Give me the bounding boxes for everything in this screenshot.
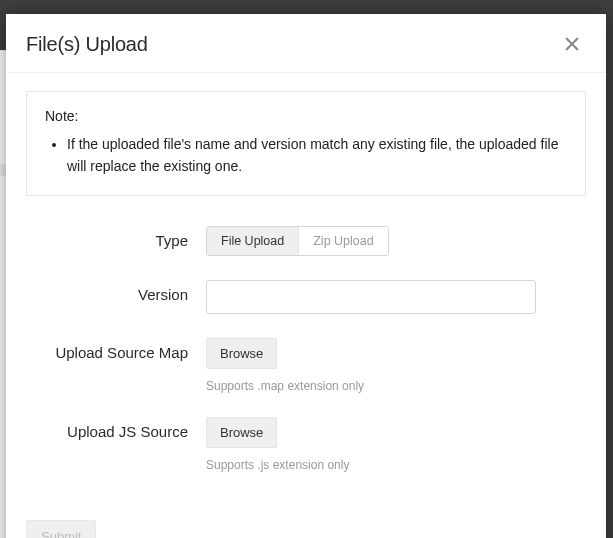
modal-header: File(s) Upload (6, 14, 606, 73)
source-map-label: Upload Source Map (26, 338, 206, 361)
type-toggle: File Upload Zip Upload (206, 226, 389, 256)
file-upload-modal: File(s) Upload Note: If the uploaded fil… (6, 14, 606, 538)
submit-button[interactable]: Submit (26, 520, 96, 538)
note-label: Note: (45, 108, 567, 124)
close-button[interactable] (558, 30, 586, 58)
js-source-label: Upload JS Source (26, 417, 206, 440)
modal-footer: Submit (6, 506, 606, 538)
note-item: If the uploaded file's name and version … (67, 134, 567, 177)
row-version: Version (26, 280, 586, 314)
type-label: Type (26, 226, 206, 249)
type-option-zip-upload[interactable]: Zip Upload (298, 227, 387, 255)
version-label: Version (26, 280, 206, 303)
modal-title: File(s) Upload (26, 33, 148, 56)
version-input[interactable] (206, 280, 536, 314)
row-type: Type File Upload Zip Upload (26, 226, 586, 256)
type-option-file-upload[interactable]: File Upload (207, 227, 298, 255)
js-source-hint: Supports .js extension only (206, 458, 586, 472)
row-js-source: Upload JS Source Browse Supports .js ext… (26, 417, 586, 472)
browse-js-source-button[interactable]: Browse (206, 417, 277, 448)
source-map-hint: Supports .map extension only (206, 379, 586, 393)
close-icon (564, 36, 580, 52)
note-box: Note: If the uploaded file's name and ve… (26, 91, 586, 196)
upload-form: Type File Upload Zip Upload Version (26, 226, 586, 472)
browse-source-map-button[interactable]: Browse (206, 338, 277, 369)
row-source-map: Upload Source Map Browse Supports .map e… (26, 338, 586, 393)
modal-body: Note: If the uploaded file's name and ve… (6, 73, 606, 506)
